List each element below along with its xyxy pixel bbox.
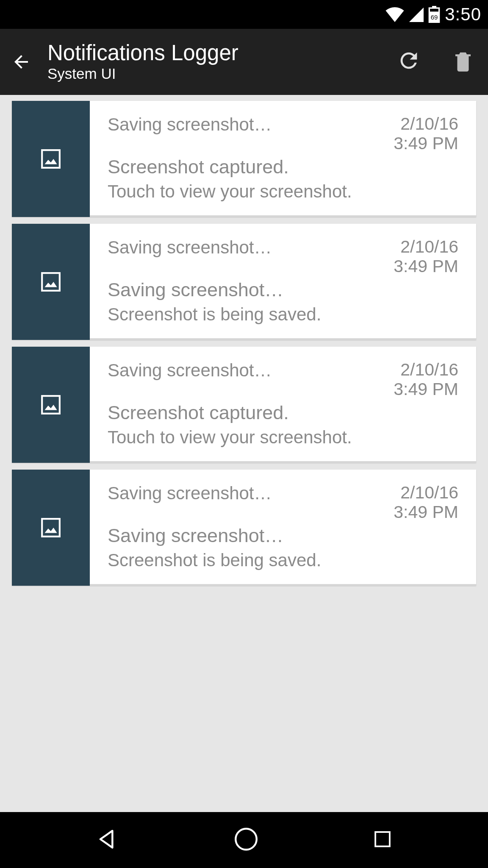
battery-icon: 69 xyxy=(428,6,441,23)
notification-item[interactable]: Saving screenshot… 2/10/163:49 PM Saving… xyxy=(12,470,476,586)
item-timestamp: 2/10/163:49 PM xyxy=(394,483,458,522)
trash-button[interactable] xyxy=(452,48,474,75)
nav-home-icon[interactable] xyxy=(232,825,260,855)
wifi-icon xyxy=(385,7,404,22)
back-button[interactable] xyxy=(8,52,34,72)
page-title: Notifications Logger xyxy=(47,42,385,64)
navigation-bar xyxy=(0,812,488,868)
item-title: Saving screenshot… xyxy=(108,237,272,258)
nav-recent-icon[interactable] xyxy=(370,827,395,853)
svg-rect-6 xyxy=(42,396,60,414)
image-icon xyxy=(12,101,90,217)
refresh-button[interactable] xyxy=(396,48,421,75)
status-bar: 69 3:50 xyxy=(0,0,488,29)
nav-back-icon[interactable] xyxy=(93,825,122,855)
image-icon xyxy=(12,224,90,340)
item-subtext: Screenshot is being saved. xyxy=(108,550,458,570)
svg-text:69: 69 xyxy=(431,14,438,21)
item-headline: Screenshot captured. xyxy=(108,156,458,178)
action-bar: Notifications Logger System UI xyxy=(0,29,488,95)
item-headline: Screenshot captured. xyxy=(108,402,458,424)
signal-icon xyxy=(408,7,424,22)
item-title: Saving screenshot… xyxy=(108,114,272,135)
item-subtext: Screenshot is being saved. xyxy=(108,304,458,325)
svg-point-8 xyxy=(236,829,257,850)
item-headline: Saving screenshot… xyxy=(108,279,458,301)
content-area: Saving screenshot… 2/10/163:49 PM Screen… xyxy=(0,95,488,812)
item-title: Saving screenshot… xyxy=(108,483,272,504)
item-subtext: Touch to view your screenshot. xyxy=(108,427,458,448)
item-timestamp: 2/10/163:49 PM xyxy=(394,114,458,153)
svg-rect-4 xyxy=(42,150,60,168)
notification-item[interactable]: Saving screenshot… 2/10/163:49 PM Screen… xyxy=(12,101,476,217)
image-icon xyxy=(12,470,90,586)
notification-item[interactable]: Saving screenshot… 2/10/163:49 PM Saving… xyxy=(12,224,476,340)
page-subtitle: System UI xyxy=(47,65,385,82)
image-icon xyxy=(12,347,90,463)
item-title: Saving screenshot… xyxy=(108,360,272,381)
status-clock: 3:50 xyxy=(445,4,481,25)
svg-rect-9 xyxy=(375,832,390,846)
item-subtext: Touch to view your screenshot. xyxy=(108,181,458,202)
item-timestamp: 2/10/163:49 PM xyxy=(394,237,458,276)
item-headline: Saving screenshot… xyxy=(108,525,458,547)
svg-rect-5 xyxy=(42,273,60,291)
svg-rect-7 xyxy=(42,519,60,537)
notification-item[interactable]: Saving screenshot… 2/10/163:49 PM Screen… xyxy=(12,347,476,463)
item-timestamp: 2/10/163:49 PM xyxy=(394,360,458,399)
